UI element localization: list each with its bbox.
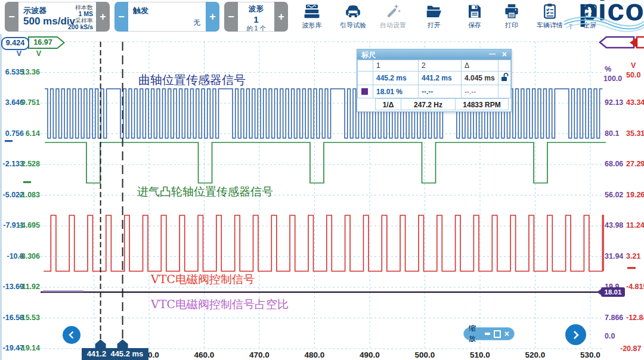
print-icon [503, 2, 521, 20]
scope-decrease-button[interactable]: − [5, 2, 18, 32]
scope-panel[interactable]: 示波器 500 ms/div 样本数 1 MS 采样率 200 kS/s [18, 2, 96, 32]
save-icon [466, 2, 484, 20]
ruler-header-lock [498, 60, 511, 72]
auto-setup-button[interactable]: 自动设置 [374, 1, 411, 33]
channel-b-scale-marker[interactable]: 16.97 [30, 38, 56, 46]
channel-d-bottom-value: -20.87 [620, 345, 641, 353]
chart-area[interactable]: 9.424 16.97 V V % 100.0 V 50.0 0.0 -20.8… [0, 34, 644, 360]
ruler-header-blank [357, 60, 373, 72]
axis-b-tick: 9.751 [13, 98, 40, 107]
axis-b-tick: -15.53 [13, 314, 40, 322]
print-button[interactable]: 打印 [493, 1, 530, 33]
duty-channel-swatch [361, 88, 368, 95]
axis-d-tick: 27.29 [626, 160, 644, 168]
channel-a-ground-marker[interactable] [5, 140, 13, 142]
channel-b-ground-marker[interactable] [23, 181, 31, 183]
scope-title: 示波器 [23, 5, 47, 16]
ruler-row2-swatch-cell [357, 85, 373, 98]
waveform-index: 1 [238, 14, 274, 24]
zoom-overview-control[interactable]: 缩放 × [463, 327, 515, 340]
zoom-minimize-button[interactable] [485, 333, 490, 335]
zoom-label: 缩放 [469, 324, 481, 344]
samples-value: 1 MS [68, 11, 93, 17]
ruler-panel-title: 标尺 [361, 50, 376, 60]
waveform-library-button[interactable]: 波形库 [293, 1, 330, 33]
ruler-rpm-value: 14833 RPM [455, 98, 509, 110]
open-button[interactable]: 打开 [416, 1, 453, 33]
axis-b-tick: -19.14 [13, 344, 40, 352]
channel-a-scale-marker[interactable]: 9.424 [1, 37, 29, 50]
axis-d-tick: -12.84 [626, 314, 644, 322]
channel-c-flag-icon[interactable] [600, 37, 634, 48]
pico-logo-sub: T [569, 24, 572, 30]
left-edge-strip [0, 34, 2, 360]
channel-d-ground-marker[interactable] [627, 267, 636, 269]
axis-d-tick: 19.26 [626, 191, 644, 199]
vehicle-details-icon [541, 2, 559, 20]
axis-d-tick: 11.24 [626, 221, 644, 229]
scope-increase-button[interactable]: + [96, 2, 110, 32]
zoom-close-button[interactable]: × [504, 330, 509, 338]
time-cursor-badge[interactable]: 441.2 445.2 ms [82, 348, 148, 360]
zoom-window-button[interactable] [494, 330, 501, 338]
pico-logo: pico T [563, 0, 644, 34]
pan-left-button[interactable] [63, 326, 80, 344]
waveform-control-group: − 波形 1 的 1 个 + [224, 2, 288, 32]
open-label: 打开 [416, 21, 453, 30]
duty-signal-label: VTC电磁阀控制信号占空比 [151, 297, 289, 312]
waveform-library-icon [303, 2, 321, 20]
pan-right-button[interactable] [565, 324, 586, 345]
time-tick-label: 520.0 [518, 350, 553, 359]
trigger-title: 触发 [133, 5, 148, 16]
trigger-control-group: − 触发 无 + [114, 2, 219, 32]
axis-b-tick: -4.695 [13, 221, 40, 229]
axis-d-tick: -4.815 [626, 283, 644, 291]
time-tick-label: 490.0 [352, 350, 388, 359]
main-toolbar: − 示波器 500 ms/div 样本数 1 MS 采样率 200 kS/s +… [0, 0, 644, 35]
ruler-minimize-button[interactable]: — [489, 50, 496, 57]
axis-c-tick: 56.02 [605, 191, 623, 199]
crank-trace [45, 89, 602, 138]
ruler-row2-lock-cell [498, 85, 511, 98]
axis-c-tick: 31.94 [605, 252, 623, 260]
time-tick-label: 480.0 [297, 350, 333, 359]
print-label: 打印 [493, 21, 530, 30]
time-tick-label: 460.0 [187, 350, 222, 359]
time-tick-label: 530.0 [572, 350, 608, 359]
axis-d-tick: 35.31 [626, 129, 644, 138]
channel-c-unit: % [605, 65, 611, 73]
ruler-frequency-value: 247.2 Hz [401, 98, 456, 110]
ruler-cursor2-value: 441.2 ms [418, 71, 462, 85]
duty-cycle-marker-badge[interactable]: 18.01 [601, 287, 625, 297]
axis-c-tick: 7.866 [605, 314, 623, 322]
trigger-increase-button[interactable]: + [206, 2, 219, 32]
ruler-close-button[interactable]: × [502, 49, 507, 59]
vtc-trace [44, 215, 603, 271]
trigger-decrease-button[interactable]: − [114, 2, 128, 32]
guided-test-button[interactable]: 引导试验 [335, 1, 371, 33]
save-button[interactable]: 保存 [456, 1, 493, 33]
timebase-value: 500 ms/div [23, 15, 75, 27]
ruler-lock-cell[interactable] [498, 71, 511, 85]
ruler-panel-titlebar[interactable]: 标尺 — × [357, 49, 511, 60]
axis-c-tick: 80.1 [605, 129, 619, 138]
waveform-next-button[interactable]: + [274, 2, 288, 32]
ruler-duty-delta: --.-- [461, 85, 499, 98]
guided-test-icon [344, 2, 362, 20]
trigger-panel[interactable]: 触发 无 [128, 2, 206, 32]
waveform-panel[interactable]: 波形 1 的 1 个 [238, 2, 274, 32]
axis-b-tick: -11.92 [13, 283, 40, 291]
waveform-prev-button[interactable]: − [224, 2, 238, 32]
time-tick-label: 500.0 [407, 350, 443, 359]
axis-c-tick: 68.06 [605, 160, 623, 168]
lock-open-icon [500, 72, 509, 82]
waveform-title: 波形 [238, 4, 274, 14]
waveform-library-label: 波形库 [293, 21, 330, 30]
rate-value: 200 kS/s [68, 24, 93, 30]
axis-b-tick: 13.36 [13, 68, 40, 76]
axis-d-tick: 3.21 [626, 252, 640, 260]
channel-d-flag-icon[interactable] [637, 37, 644, 48]
sample-info: 样本数 1 MS 采样率 200 kS/s [68, 4, 93, 30]
axis-c-tick: 43.98 [605, 221, 623, 229]
ruler-panel[interactable]: 标尺 — × 1 2 Δ 445.2 ms 441.2 ms 4.045 ms [357, 49, 512, 112]
